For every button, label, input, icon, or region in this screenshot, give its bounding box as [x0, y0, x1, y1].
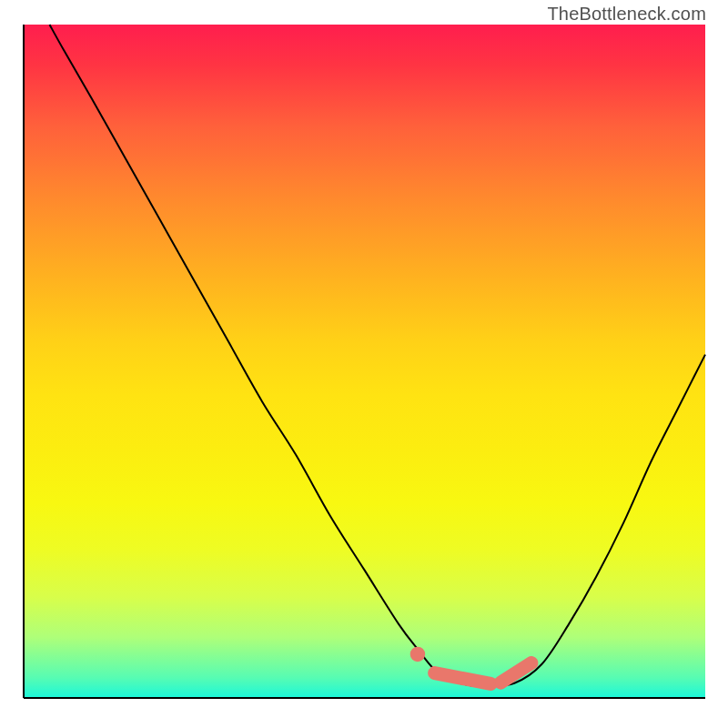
- chart-svg: [0, 0, 728, 728]
- marker-stroke: [500, 663, 531, 682]
- marker-dot: [495, 678, 506, 689]
- watermark-text: TheBottleneck.com: [547, 4, 706, 25]
- marker-dot: [410, 647, 425, 662]
- chart-container: TheBottleneck.com: [0, 0, 728, 728]
- bottleneck-curve: [49, 25, 705, 686]
- marker-stroke: [435, 673, 490, 684]
- axis-frame: [24, 25, 705, 698]
